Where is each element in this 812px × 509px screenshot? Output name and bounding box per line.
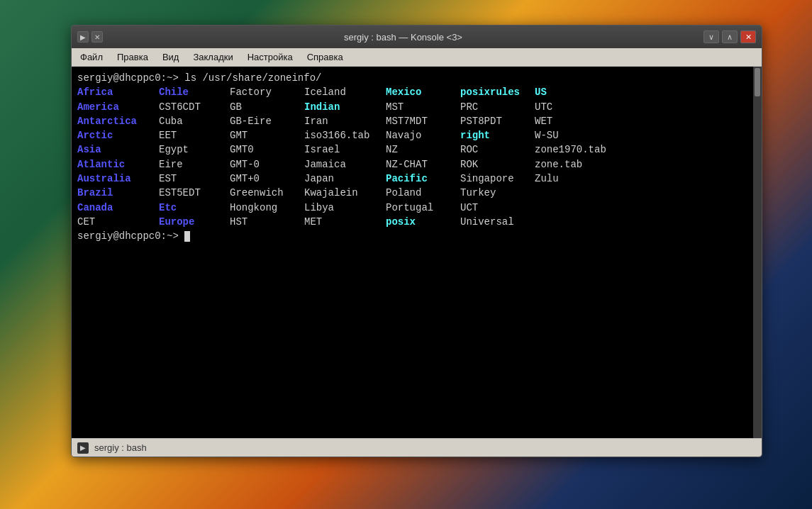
table-cell: GMT-0 (230, 157, 304, 172)
table-cell (606, 172, 698, 186)
table-cell: EET (159, 128, 230, 142)
table-cell: NZ (386, 142, 460, 157)
table-cell: PST8PDT (460, 114, 535, 128)
table-cell (606, 201, 698, 215)
table-cell: EST5EDT (159, 186, 230, 200)
minimize-button[interactable]: ∨ (703, 30, 719, 43)
scrollbar-thumb[interactable] (755, 68, 760, 96)
table-cell: GMT+0 (230, 172, 304, 186)
table-cell: Libya (304, 201, 386, 215)
table-cell: Jamaica (304, 157, 386, 172)
table-cell: Singapore (460, 172, 535, 186)
status-text: sergiy : bash (94, 442, 147, 453)
menu-view[interactable]: Вид (157, 50, 185, 64)
table-cell: Antarctica (77, 114, 159, 128)
table-cell: W-SU (535, 128, 606, 142)
terminal[interactable]: sergiy@dhcppc0:~> ls /usr/share/zoneinfo… (72, 67, 753, 438)
table-cell: MST7MDT (386, 114, 460, 128)
table-cell (535, 215, 606, 229)
table-cell: GB-Eire (230, 114, 304, 128)
table-cell: Egypt (159, 142, 230, 157)
terminal-icon: ▶ (77, 442, 89, 454)
command-line: sergiy@dhcppc0:~> ls /usr/share/zoneinfo… (77, 71, 747, 85)
table-cell: Arctic (77, 128, 159, 142)
terminal-area: sergiy@dhcppc0:~> ls /usr/share/zoneinfo… (72, 67, 762, 438)
menubar: Файл Правка Вид Закладки Настройка Справ… (72, 48, 762, 67)
table-cell: UTC (535, 100, 606, 114)
titlebar: ▶ ✕ sergiy : bash — Konsole <3> ∨ ∧ ✕ (72, 26, 762, 48)
table-cell: CET (77, 215, 159, 229)
statusbar: ▶ sergiy : bash (72, 438, 762, 457)
table-cell: Atlantic (77, 157, 159, 172)
table-cell: Canada (77, 201, 159, 215)
table-cell: GMT (230, 128, 304, 142)
scrollbar[interactable] (753, 67, 762, 438)
table-cell (606, 142, 698, 157)
table-cell: America (77, 100, 159, 114)
table-cell: HST (230, 215, 304, 229)
table-cell (606, 186, 698, 200)
table-cell: Japan (304, 172, 386, 186)
table-cell: Etc (159, 201, 230, 215)
new-tab-button[interactable]: ▶ (77, 31, 89, 43)
table-cell (606, 100, 698, 114)
table-cell: Factory (230, 85, 304, 99)
table-cell: iso3166.tab (304, 128, 386, 142)
table-cell: Israel (304, 142, 386, 157)
table-cell: Africa (77, 85, 159, 99)
table-cell (606, 128, 698, 142)
table-cell: MET (304, 215, 386, 229)
file-listing-table: AfricaChileFactoryIcelandMexicoposixrule… (77, 85, 747, 229)
table-cell: Zulu (535, 172, 606, 186)
pin-button[interactable]: ✕ (91, 31, 103, 43)
close-button[interactable]: ✕ (740, 30, 756, 43)
table-cell: Asia (77, 142, 159, 157)
prompt-line: sergiy@dhcppc0:~> (77, 229, 747, 243)
table-cell: ROC (460, 142, 535, 157)
table-cell: Universal (460, 215, 535, 229)
menu-file[interactable]: Файл (74, 50, 109, 64)
table-cell: Pacific (386, 172, 460, 186)
menu-bookmarks[interactable]: Закладки (187, 50, 238, 64)
konsole-window: ▶ ✕ sergiy : bash — Konsole <3> ∨ ∧ ✕ Фа… (71, 25, 762, 457)
table-cell: Brazil (77, 186, 159, 200)
table-cell (606, 85, 698, 99)
cursor (184, 231, 190, 242)
window-title: sergiy : bash — Konsole <3> (109, 32, 698, 43)
menu-edit[interactable]: Правка (111, 50, 154, 64)
table-cell: Indian (304, 100, 386, 114)
table-cell: Portugal (386, 201, 460, 215)
table-cell: PRC (460, 100, 535, 114)
table-cell: GB (230, 100, 304, 114)
table-cell: Iceland (304, 85, 386, 99)
table-cell: posix (386, 215, 460, 229)
table-cell: zone1970.tab (535, 142, 606, 157)
table-cell (535, 186, 606, 200)
table-cell: Eire (159, 157, 230, 172)
titlebar-left-buttons: ▶ ✕ (77, 31, 103, 43)
table-cell: Kwajalein (304, 186, 386, 200)
table-cell: Poland (386, 186, 460, 200)
table-cell: Australia (77, 172, 159, 186)
menu-help[interactable]: Справка (301, 50, 349, 64)
table-cell (606, 114, 698, 128)
table-cell: NZ-CHAT (386, 157, 460, 172)
table-cell (535, 201, 606, 215)
menu-settings[interactable]: Настройка (242, 50, 299, 64)
table-cell: Hongkong (230, 201, 304, 215)
table-cell: MST (386, 100, 460, 114)
table-cell: posixrules (460, 85, 535, 99)
table-cell: US (535, 85, 606, 99)
table-cell: Cuba (159, 114, 230, 128)
table-cell (606, 215, 698, 229)
table-cell: zone.tab (535, 157, 606, 172)
table-cell: GMT0 (230, 142, 304, 157)
table-cell: WET (535, 114, 606, 128)
table-cell: Mexico (386, 85, 460, 99)
table-cell: Iran (304, 114, 386, 128)
table-cell (606, 157, 698, 172)
maximize-button[interactable]: ∧ (722, 30, 738, 43)
table-cell: ROK (460, 157, 535, 172)
table-cell: Europe (159, 215, 230, 229)
table-cell: CST6CDT (159, 100, 230, 114)
